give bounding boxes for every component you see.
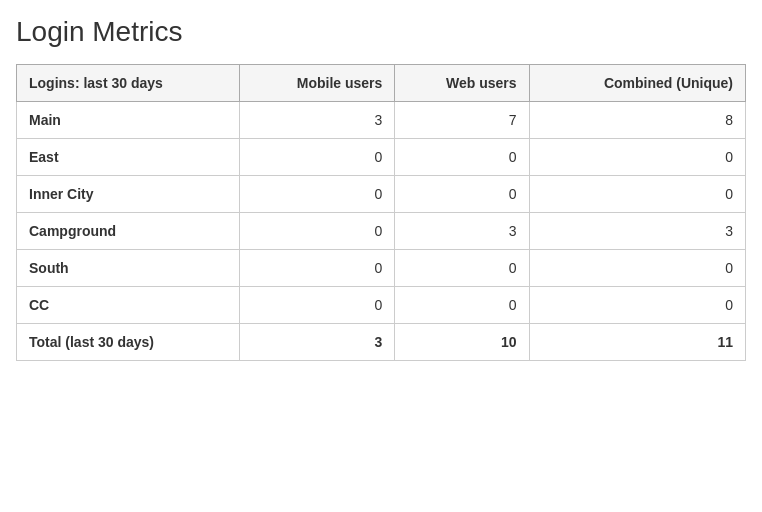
table-row: Inner City000 xyxy=(17,176,746,213)
table-row: Main378 xyxy=(17,102,746,139)
cell-mobile: 0 xyxy=(240,139,395,176)
table-row: Campground033 xyxy=(17,213,746,250)
cell-web: 0 xyxy=(395,176,529,213)
cell-combined: 0 xyxy=(529,287,745,324)
cell-mobile: 3 xyxy=(240,102,395,139)
cell-web: 0 xyxy=(395,250,529,287)
cell-web: 0 xyxy=(395,287,529,324)
cell-mobile: 0 xyxy=(240,287,395,324)
cell-label: Main xyxy=(17,102,240,139)
table-row: Total (last 30 days)31011 xyxy=(17,324,746,361)
cell-mobile: 0 xyxy=(240,176,395,213)
col-header-location: Logins: last 30 days xyxy=(17,65,240,102)
cell-label: East xyxy=(17,139,240,176)
cell-combined: 0 xyxy=(529,250,745,287)
cell-web: 3 xyxy=(395,213,529,250)
cell-label: Inner City xyxy=(17,176,240,213)
cell-label: South xyxy=(17,250,240,287)
cell-web: 7 xyxy=(395,102,529,139)
cell-mobile: 0 xyxy=(240,213,395,250)
cell-mobile: 3 xyxy=(240,324,395,361)
cell-combined: 0 xyxy=(529,139,745,176)
cell-combined: 8 xyxy=(529,102,745,139)
cell-combined: 3 xyxy=(529,213,745,250)
cell-web: 0 xyxy=(395,139,529,176)
cell-label: Total (last 30 days) xyxy=(17,324,240,361)
cell-label: CC xyxy=(17,287,240,324)
table-row: East000 xyxy=(17,139,746,176)
table-row: South000 xyxy=(17,250,746,287)
table-header-row: Logins: last 30 days Mobile users Web us… xyxy=(17,65,746,102)
page-title: Login Metrics xyxy=(16,16,746,48)
cell-label: Campground xyxy=(17,213,240,250)
cell-web: 10 xyxy=(395,324,529,361)
col-header-mobile: Mobile users xyxy=(240,65,395,102)
col-header-combined: Combined (Unique) xyxy=(529,65,745,102)
col-header-web: Web users xyxy=(395,65,529,102)
cell-combined: 11 xyxy=(529,324,745,361)
table-row: CC000 xyxy=(17,287,746,324)
cell-mobile: 0 xyxy=(240,250,395,287)
login-metrics-table: Logins: last 30 days Mobile users Web us… xyxy=(16,64,746,361)
cell-combined: 0 xyxy=(529,176,745,213)
